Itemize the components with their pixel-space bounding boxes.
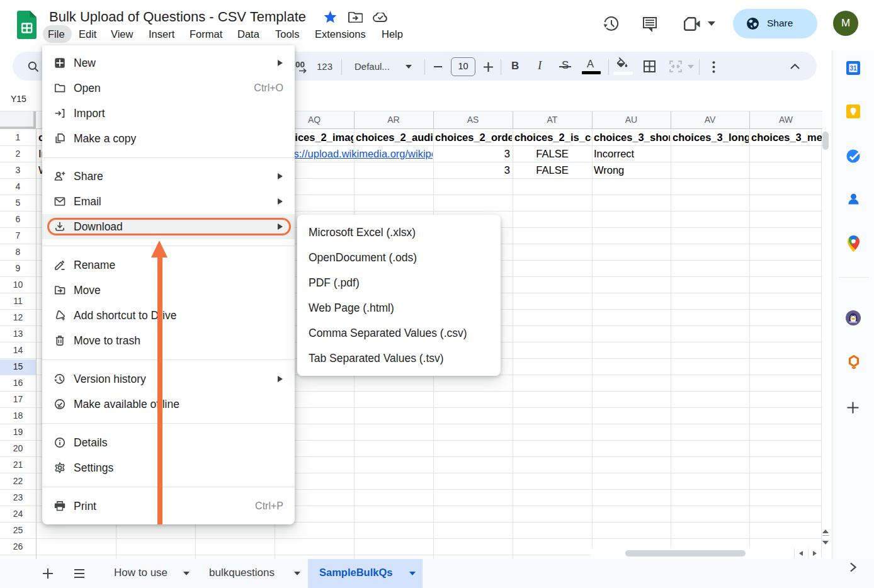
svg-text:31: 31 [849, 65, 857, 72]
